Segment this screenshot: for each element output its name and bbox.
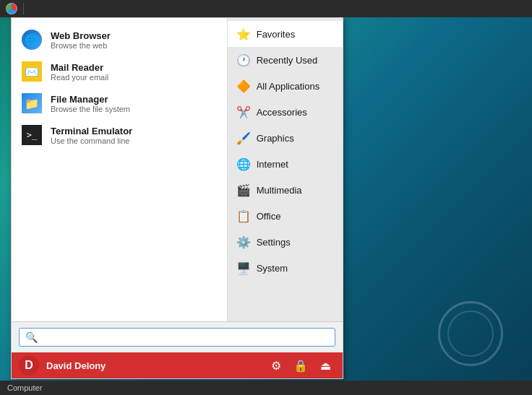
search-bar: 🔍 [12, 321, 343, 352]
accessories-icon: ✂️ [236, 105, 251, 119]
app-desc: Use the command line [51, 136, 132, 145]
category-label: All Applications [257, 81, 319, 92]
category-settings[interactable]: ⚙️ Settings [228, 229, 343, 255]
avatar-letter: D [25, 359, 33, 372]
lock-button[interactable]: 🔒 [291, 357, 311, 374]
app-name: Terminal Emulator [51, 126, 132, 136]
category-list-panel: ⭐ Favorites 🕐 Recently Used 🔶 All Applic… [228, 18, 343, 321]
app-menu: 🌐 Web Browser Browse the web ✉️ Mail Rea… [11, 17, 343, 379]
category-label: System [257, 263, 288, 274]
username-label: David Delony [46, 360, 259, 371]
taskbar-separator [23, 3, 24, 14]
app-desc: Read your email [51, 73, 108, 82]
list-item[interactable]: 🌐 Web Browser Browse the web [12, 24, 227, 56]
list-item[interactable]: 📁 File Manager Browse the file system [12, 87, 227, 119]
avatar: D [19, 355, 39, 376]
menu-main: 🌐 Web Browser Browse the web ✉️ Mail Rea… [12, 18, 343, 321]
category-label: Favorites [257, 29, 295, 40]
app-desc: Browse the file system [51, 105, 130, 113]
app-menu-button[interactable] [0, 0, 23, 17]
app-name: Web Browser [51, 30, 111, 41]
taskbar [0, 0, 532, 17]
category-multimedia[interactable]: 🎬 Multimedia [228, 177, 343, 203]
mail-reader-icon: ✉️ [20, 60, 43, 83]
app-desc: Browse the web [51, 41, 111, 50]
category-recently-used[interactable]: 🕐 Recently Used [228, 47, 343, 73]
app-name: Mail Reader [51, 62, 108, 73]
category-label: Accessories [257, 107, 307, 118]
app-text: Terminal Emulator Use the command line [51, 126, 132, 145]
category-graphics[interactable]: 🖌️ Graphics [228, 125, 343, 151]
logout-button[interactable]: ⏏ [315, 357, 335, 374]
web-browser-icon: 🌐 [20, 28, 43, 51]
app-menu-icon [6, 3, 17, 14]
category-label: Settings [257, 237, 291, 248]
list-item[interactable]: ✉️ Mail Reader Read your email [12, 56, 227, 87]
app-text: Mail Reader Read your email [51, 62, 108, 82]
system-icon: 🖥️ [236, 261, 251, 275]
logout-icon: ⏏ [320, 359, 331, 373]
multimedia-icon: 🎬 [236, 183, 251, 197]
app-name: File Manager [51, 94, 130, 105]
category-favorites[interactable]: ⭐ Favorites [228, 21, 343, 47]
category-label: Recently Used [257, 55, 318, 66]
category-accessories[interactable]: ✂️ Accessories [228, 99, 343, 125]
list-item[interactable]: >_ Terminal Emulator Use the command lin… [12, 119, 227, 151]
settings-button[interactable]: ⚙ [266, 357, 286, 374]
category-internet[interactable]: 🌐 Internet [228, 151, 343, 177]
app-text: File Manager Browse the file system [51, 94, 130, 113]
file-manager-icon: 📁 [20, 92, 43, 115]
search-input[interactable] [42, 332, 329, 343]
folder-icon: 📁 [22, 93, 42, 113]
app-text: Web Browser Browse the web [51, 30, 111, 50]
mail-icon: ✉️ [22, 61, 42, 82]
internet-icon: 🌐 [236, 157, 251, 171]
user-actions: ⚙ 🔒 ⏏ [266, 357, 335, 374]
status-label: Computer [7, 383, 42, 392]
category-office[interactable]: 📋 Office [228, 203, 343, 229]
terminal-icon-shape: >_ [22, 125, 42, 145]
settings-icon: ⚙️ [236, 235, 251, 249]
terminal-icon: >_ [20, 123, 43, 147]
globe-icon: 🌐 [22, 30, 42, 50]
category-label: Multimedia [257, 185, 302, 196]
category-label: Office [257, 211, 281, 222]
lock-icon: 🔒 [293, 359, 308, 373]
background-decoration [438, 301, 503, 366]
status-bar: Computer [0, 381, 532, 395]
category-all-applications[interactable]: 🔶 All Applications [228, 73, 343, 99]
search-input-wrap: 🔍 [19, 328, 335, 347]
category-label: Internet [257, 159, 288, 170]
recently-used-icon: 🕐 [236, 53, 251, 67]
search-icon: 🔍 [25, 331, 38, 343]
office-icon: 📋 [236, 209, 251, 223]
settings-icon: ⚙ [271, 359, 281, 373]
category-label: Graphics [257, 133, 294, 144]
category-system[interactable]: 🖥️ System [228, 255, 343, 281]
user-bar: D David Delony ⚙ 🔒 ⏏ [12, 352, 343, 378]
app-list-panel: 🌐 Web Browser Browse the web ✉️ Mail Rea… [12, 18, 228, 321]
graphics-icon: 🖌️ [236, 131, 251, 145]
favorites-icon: ⭐ [236, 27, 251, 41]
all-applications-icon: 🔶 [236, 79, 251, 93]
